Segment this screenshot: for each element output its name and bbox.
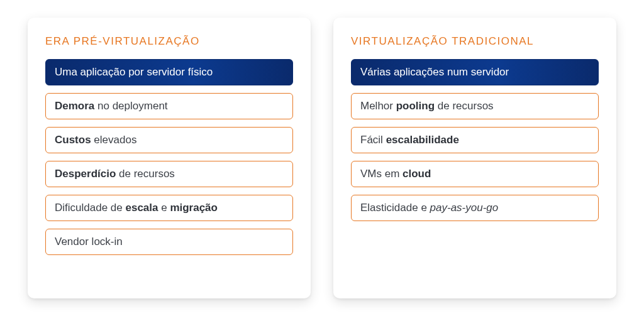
card-title-pre-virtualization: ERA PRÉ-VIRTUALIZAÇÃO: [45, 35, 293, 48]
list-item: Desperdício de recursos: [45, 161, 293, 187]
list-item: Dificuldade de escala e migração: [45, 195, 293, 221]
list-item: Melhor pooling de recursos: [351, 93, 599, 119]
list-item: Vendor lock-in: [45, 229, 293, 255]
list-item: Fácil escalabilidade: [351, 127, 599, 153]
card-title-traditional-virtualization: VIRTUALIZAÇÃO TRADICIONAL: [351, 35, 599, 48]
item-list-traditional-virtualization: Várias aplicações num servidorMelhor poo…: [351, 59, 599, 221]
list-item: Custos elevados: [45, 127, 293, 153]
card-pre-virtualization: ERA PRÉ-VIRTUALIZAÇÃO Uma aplicação por …: [28, 18, 311, 298]
card-traditional-virtualization: VIRTUALIZAÇÃO TRADICIONAL Várias aplicaç…: [333, 18, 616, 298]
list-item: VMs em cloud: [351, 161, 599, 187]
list-item: Uma aplicação por servidor físico: [45, 59, 293, 85]
list-item: Demora no deployment: [45, 93, 293, 119]
item-list-pre-virtualization: Uma aplicação por servidor físicoDemora …: [45, 59, 293, 255]
list-item: Elasticidade e pay-as-you-go: [351, 195, 599, 221]
list-item: Várias aplicações num servidor: [351, 59, 599, 85]
